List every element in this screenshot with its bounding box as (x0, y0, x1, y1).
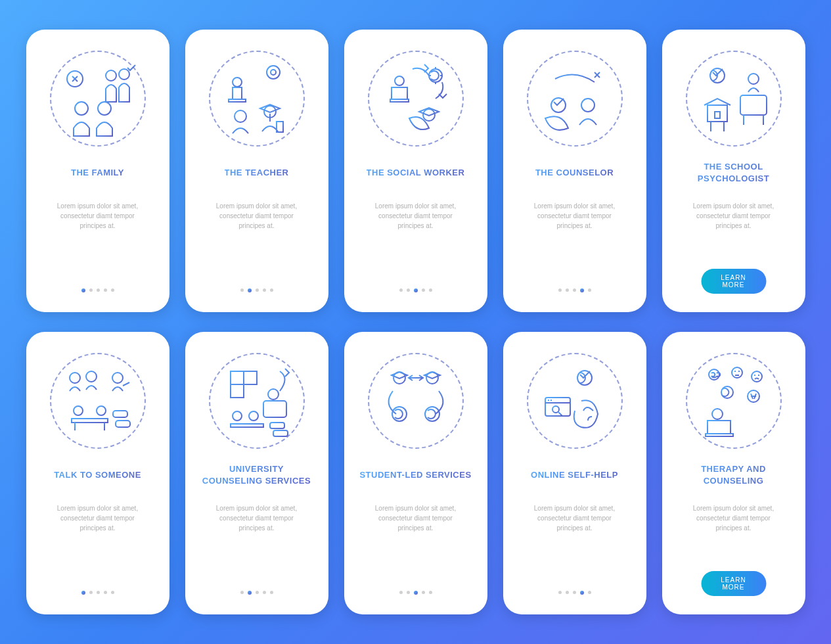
phone-card: THERAPY AND COUNSELING Lorem ipsum dolor… (662, 332, 805, 614)
card-title: STUDENT-LED SERVICES (359, 463, 471, 487)
svg-point-1 (106, 70, 116, 81)
card-title: THE SCHOOL PSYCHOLOGIST (677, 161, 791, 185)
phone-card: UNIVERSITY COUNSELING SERVICES Lorem ips… (185, 332, 328, 614)
svg-point-17 (551, 98, 566, 112)
svg-point-23 (70, 373, 80, 383)
row-2: TALK TO SOMEONE Lorem ipsum dolor sit am… (26, 332, 805, 614)
pagination-dots[interactable] (240, 288, 273, 292)
svg-point-2 (119, 69, 129, 80)
svg-point-5 (267, 66, 280, 79)
screen: TALK TO SOMEONE Lorem ipsum dolor sit am… (33, 338, 163, 608)
screen: THE TEACHER Lorem ipsum dolor sit amet, … (192, 36, 322, 306)
svg-point-27 (97, 406, 106, 415)
card-title: THE SOCIAL WORKER (367, 161, 465, 185)
university-icon (208, 352, 306, 450)
screen: THE COUNSELOR Lorem ipsum dolor sit amet… (510, 36, 640, 306)
pagination-dots[interactable] (399, 288, 432, 292)
therapy-icon (685, 352, 783, 450)
phone-card: THE FAMILY Lorem ipsum dolor sit amet, c… (26, 30, 169, 312)
card-desc: Lorem ipsum dolor sit amet, consectetur … (359, 201, 473, 231)
phone-card: THE SOCIAL WORKER Lorem ipsum dolor sit … (344, 30, 487, 312)
svg-point-24 (86, 371, 97, 382)
svg-rect-32 (263, 401, 286, 417)
screen: THE SCHOOL PSYCHOLOGIST Lorem ipsum dolo… (669, 36, 799, 306)
pagination-dots[interactable] (399, 591, 432, 595)
svg-point-20 (748, 74, 759, 84)
svg-rect-28 (72, 419, 108, 423)
screen: ONLINE SELF-HELP Lorem ipsum dolor sit a… (510, 338, 640, 608)
card-desc: Lorem ipsum dolor sit amet, consectetur … (41, 201, 155, 231)
screen: THE FAMILY Lorem ipsum dolor sit amet, c… (33, 36, 163, 306)
svg-point-13 (395, 76, 404, 85)
svg-point-47 (752, 371, 762, 382)
row-1: THE FAMILY Lorem ipsum dolor sit amet, c… (26, 30, 805, 312)
phone-card: THE TEACHER Lorem ipsum dolor sit amet, … (185, 30, 328, 312)
svg-rect-51 (707, 421, 730, 434)
pagination-dots[interactable] (240, 591, 273, 595)
svg-rect-37 (273, 430, 288, 436)
svg-point-6 (271, 70, 276, 75)
phone-card: TALK TO SOMEONE Lorem ipsum dolor sit am… (26, 332, 169, 614)
svg-point-3 (75, 102, 88, 115)
card-title: THE TEACHER (225, 161, 289, 185)
svg-rect-43 (545, 398, 570, 416)
pagination-dots[interactable] (558, 288, 591, 292)
svg-rect-8 (229, 99, 246, 102)
learn-more-button[interactable]: LEARN MORE (701, 571, 766, 596)
svg-point-49 (748, 390, 759, 402)
card-desc: Lorem ipsum dolor sit amet, consectetur … (200, 503, 314, 533)
svg-point-26 (74, 406, 83, 415)
svg-point-4 (98, 102, 111, 115)
social-worker-icon (367, 49, 465, 148)
card-desc: Lorem ipsum dolor sit amet, consectetur … (518, 503, 632, 533)
card-desc: Lorem ipsum dolor sit amet, consectetur … (359, 503, 473, 533)
svg-point-48 (721, 386, 733, 398)
svg-point-18 (581, 99, 595, 112)
card-title: TALK TO SOMEONE (54, 463, 141, 487)
psychologist-icon (685, 49, 783, 148)
card-title: UNIVERSITY COUNSELING SERVICES (200, 463, 314, 487)
svg-rect-36 (270, 423, 284, 428)
svg-point-34 (249, 411, 258, 421)
svg-rect-21 (740, 95, 767, 115)
phone-card: THE SCHOOL PSYCHOLOGIST Lorem ipsum dolo… (662, 30, 805, 312)
svg-rect-11 (277, 122, 283, 132)
learn-more-button[interactable]: LEARN MORE (701, 269, 766, 294)
svg-rect-22 (707, 105, 727, 122)
talk-icon (49, 352, 147, 450)
svg-point-41 (425, 407, 439, 421)
card-title: ONLINE SELF-HELP (531, 463, 618, 487)
screen: UNIVERSITY COUNSELING SERVICES Lorem ips… (192, 338, 322, 608)
svg-rect-14 (392, 87, 407, 99)
pagination-dots[interactable] (558, 591, 591, 595)
screen: THERAPY AND COUNSELING Lorem ipsum dolor… (669, 338, 799, 608)
screen: THE SOCIAL WORKER Lorem ipsum dolor sit … (351, 36, 481, 306)
card-desc: Lorem ipsum dolor sit amet, consectetur … (200, 201, 314, 231)
pagination-dots[interactable] (81, 288, 114, 292)
svg-point-44 (552, 406, 559, 413)
student-led-icon (367, 352, 465, 450)
svg-point-50 (712, 409, 723, 419)
svg-point-25 (112, 373, 123, 383)
svg-point-33 (233, 411, 242, 421)
svg-point-46 (732, 367, 742, 378)
svg-rect-15 (390, 99, 409, 102)
svg-rect-30 (116, 421, 130, 427)
svg-point-39 (426, 372, 438, 384)
svg-rect-52 (706, 434, 733, 436)
svg-point-42 (577, 371, 592, 385)
card-title: THE COUNSELOR (535, 161, 614, 185)
card-title: THERAPY AND COUNSELING (677, 463, 791, 487)
svg-point-10 (264, 106, 276, 118)
card-desc: Lorem ipsum dolor sit amet, consectetur … (518, 201, 632, 231)
counselor-icon (526, 49, 624, 148)
pagination-dots[interactable] (81, 591, 114, 595)
card-desc: Lorem ipsum dolor sit amet, consectetur … (41, 503, 155, 533)
phone-card: THE COUNSELOR Lorem ipsum dolor sit amet… (503, 30, 646, 312)
screen: STUDENT-LED SERVICES Lorem ipsum dolor s… (351, 338, 481, 608)
svg-point-31 (268, 389, 279, 400)
card-desc: Lorem ipsum dolor sit amet, consectetur … (677, 201, 791, 231)
svg-point-7 (233, 78, 242, 87)
svg-point-16 (423, 109, 435, 121)
card-title: THE FAMILY (71, 161, 124, 185)
